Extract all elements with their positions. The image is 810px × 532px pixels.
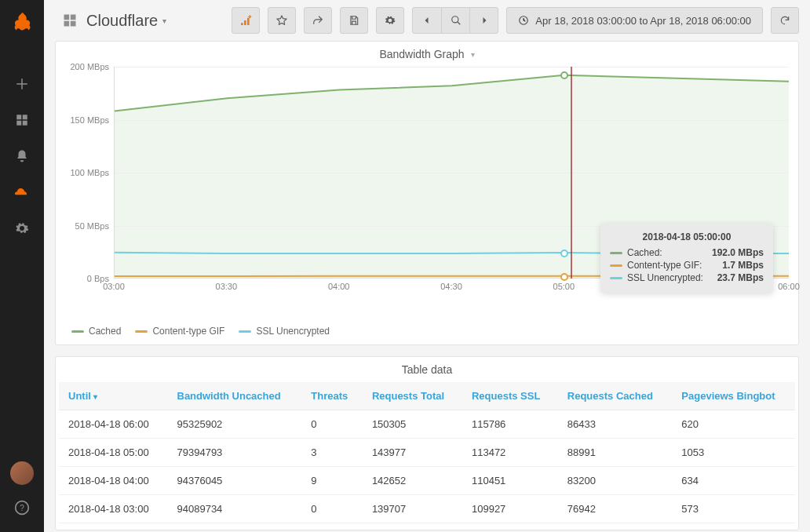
- cloudflare-icon[interactable]: [13, 184, 31, 201]
- table-cell: 634: [672, 467, 795, 495]
- y-tick: 200 MBps: [70, 62, 109, 71]
- y-tick: 150 MBps: [70, 115, 109, 125]
- tooltip-row: Cached:192.0 MBps: [610, 247, 764, 258]
- star-button[interactable]: [268, 7, 296, 34]
- table-cell: 2018-04-18 06:00: [59, 410, 168, 439]
- clock-icon: [518, 15, 529, 26]
- table-data-panel: Table data UntilBandwidth UncachedThreat…: [55, 356, 799, 530]
- table-cell: 79394793: [168, 439, 302, 467]
- hover-marker: [560, 71, 568, 79]
- time-range-text: Apr 18, 2018 03:00:00 to Apr 18, 2018 06…: [535, 15, 751, 27]
- tooltip-time: 2018-04-18 05:00:00: [610, 231, 764, 242]
- x-tick: 04:30: [440, 282, 462, 291]
- table-header[interactable]: Threats: [301, 382, 363, 410]
- panel-title-menu[interactable]: Table data: [56, 357, 798, 382]
- table-header[interactable]: Bandwidth Uncached: [168, 382, 302, 410]
- chart-legend: CachedContent-type GIFSSL Unencrypted: [56, 326, 798, 344]
- grafana-logo-icon[interactable]: [11, 11, 33, 36]
- create-icon[interactable]: [13, 75, 31, 93]
- refresh-button[interactable]: [771, 7, 799, 34]
- table-cell: 109927: [462, 495, 558, 523]
- table-cell: 3: [301, 439, 363, 467]
- chevron-down-icon: ▾: [162, 16, 166, 25]
- hover-marker: [560, 250, 568, 257]
- table-cell: 94376045: [168, 467, 302, 495]
- user-avatar[interactable]: [10, 461, 34, 485]
- hover-line: [571, 67, 572, 279]
- y-axis: 0 Bps50 MBps100 MBps150 MBps200 MBps: [65, 67, 114, 279]
- dashboards-icon[interactable]: [13, 111, 31, 129]
- table-cell: 76942: [558, 495, 673, 523]
- x-tick: 03:00: [103, 282, 125, 291]
- table-cell: 0: [301, 495, 363, 523]
- dashboard-grid-icon[interactable]: [61, 12, 78, 29]
- left-sidebar: ?: [0, 0, 44, 532]
- table-cell: 0: [301, 410, 363, 439]
- time-range-button[interactable]: Apr 18, 2018 03:00:00 to Apr 18, 2018 06…: [506, 7, 763, 34]
- share-button[interactable]: [304, 7, 332, 34]
- hover-tooltip: 2018-04-18 05:00:00 Cached:192.0 MBpsCon…: [600, 224, 773, 293]
- table-cell: 2018-04-18 05:00: [59, 439, 168, 467]
- panel-title-text: Table data: [402, 363, 453, 376]
- table-cell: 143977: [363, 439, 462, 467]
- topbar: Cloudflare ▾ Apr 18, 2018 03:00:00 to Ap…: [44, 0, 810, 41]
- svg-text:?: ?: [20, 504, 24, 512]
- dashboard-title-dropdown[interactable]: Cloudflare ▾: [86, 12, 166, 30]
- table-header[interactable]: Requests Total: [363, 382, 462, 410]
- chevron-down-icon: ▾: [471, 50, 475, 59]
- table-cell: 83200: [558, 467, 673, 495]
- table-cell: 86433: [558, 410, 673, 439]
- table-cell: 1053: [672, 439, 795, 467]
- table-cell: 2018-04-18 03:00: [59, 495, 168, 523]
- alerts-icon[interactable]: [13, 148, 31, 165]
- table-cell: 9: [301, 467, 363, 495]
- data-table: UntilBandwidth UncachedThreatsRequests T…: [59, 382, 795, 523]
- tooltip-row: SSL Unencrypted:23.7 MBps: [610, 272, 764, 283]
- table-cell: 113472: [462, 439, 558, 467]
- add-panel-button[interactable]: [232, 7, 260, 34]
- y-tick: 100 MBps: [70, 168, 109, 177]
- chart-area[interactable]: 0 Bps50 MBps100 MBps150 MBps200 MBps 03:…: [65, 67, 789, 302]
- x-tick: 03:30: [216, 282, 238, 291]
- dashboard-settings-button[interactable]: [376, 7, 404, 34]
- panel-title-text: Bandwidth Graph: [379, 48, 464, 60]
- legend-item[interactable]: SSL Unencrypted: [239, 326, 330, 337]
- hover-marker: [560, 273, 568, 281]
- table-row[interactable]: 2018-04-18 05:00793947933143977113472889…: [59, 439, 795, 467]
- x-tick: 06:00: [778, 282, 800, 291]
- help-icon[interactable]: ?: [13, 499, 31, 516]
- time-forward-button[interactable]: [469, 7, 498, 34]
- table-cell: 142652: [363, 467, 462, 495]
- table-cell: 88991: [558, 439, 673, 467]
- table-row[interactable]: 2018-04-18 04:00943760459142652110451832…: [59, 467, 795, 495]
- y-tick: 50 MBps: [75, 221, 109, 231]
- time-back-button[interactable]: [413, 7, 441, 34]
- bandwidth-graph-panel: Bandwidth Graph ▾ 0 Bps50 MBps100 MBps15…: [55, 41, 799, 345]
- table-cell: 94089734: [168, 495, 302, 523]
- panel-title-menu[interactable]: Bandwidth Graph ▾: [56, 42, 798, 67]
- table-cell: 573: [672, 495, 795, 523]
- table-cell: 115786: [462, 410, 558, 439]
- table-row[interactable]: 2018-04-18 03:00940897340139707109927769…: [59, 495, 795, 523]
- table-cell: 2018-04-18 04:00: [59, 467, 168, 495]
- table-cell: 150305: [363, 410, 462, 439]
- zoom-out-button[interactable]: [441, 7, 469, 34]
- legend-item[interactable]: Cached: [71, 326, 121, 337]
- svg-point-2: [452, 16, 458, 23]
- table-cell: 139707: [363, 495, 462, 523]
- dashboard-title-text: Cloudflare: [86, 12, 158, 30]
- table-row[interactable]: 2018-04-18 06:00953259020150305115786864…: [59, 410, 795, 439]
- table-header[interactable]: Requests SSL: [462, 382, 558, 410]
- table-header[interactable]: Requests Cached: [558, 382, 673, 410]
- x-tick: 05:00: [553, 282, 575, 291]
- legend-item[interactable]: Content-type GIF: [135, 326, 224, 337]
- table-cell: 110451: [462, 467, 558, 495]
- tooltip-row: Content-type GIF:1.7 MBps: [610, 260, 764, 271]
- settings-icon[interactable]: [13, 220, 31, 237]
- table-header[interactable]: Until: [59, 382, 168, 410]
- table-cell: 95325902: [168, 410, 302, 439]
- time-nav-group: [412, 7, 498, 34]
- table-header[interactable]: Pageviews Bingbot: [672, 382, 795, 410]
- save-button[interactable]: [340, 7, 368, 34]
- main-area: Cloudflare ▾ Apr 18, 2018 03:00:00 to Ap…: [44, 0, 810, 532]
